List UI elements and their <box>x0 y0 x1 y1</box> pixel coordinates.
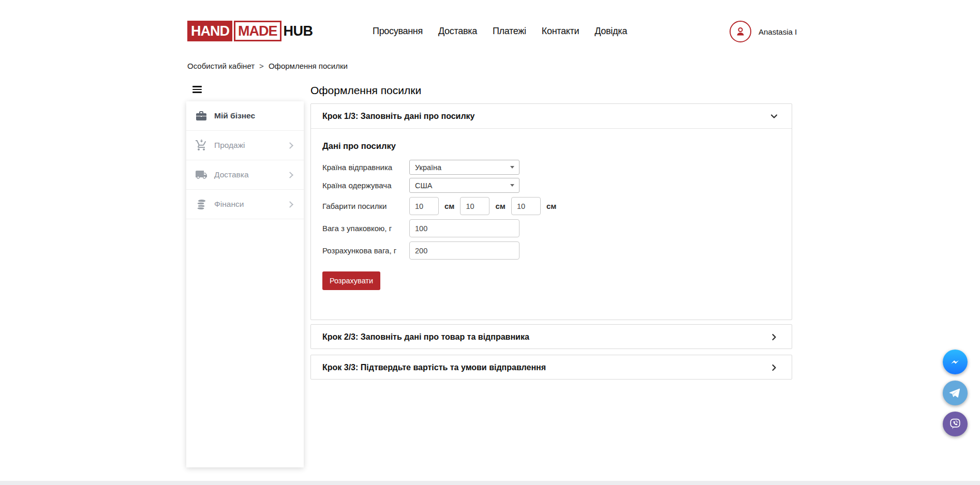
sidebar-item-finance[interactable]: Фінанси <box>186 190 304 219</box>
brand-logo[interactable]: HAND MADE HUB <box>187 21 313 41</box>
telegram-icon <box>947 385 963 401</box>
sidebar-label-finance: Фінанси <box>214 200 288 209</box>
calc-weight-input[interactable] <box>409 241 519 260</box>
logo-hand: HAND <box>187 21 232 41</box>
sender-country-row: Країна відправника Україна <box>322 160 780 175</box>
step3-label: Крок 3/3: Підтвердьте вартість та умови … <box>322 363 546 372</box>
calc-weight-row: Розрахункова вага, г <box>322 241 780 260</box>
sidebar-label-my-business: Мій бізнес <box>214 111 295 120</box>
page-title: Оформлення посилки <box>310 84 421 97</box>
step1-header[interactable]: Крок 1/3: Заповніть дані про посилку <box>311 104 792 129</box>
weight-label: Вага з упаковкою, г <box>322 224 409 233</box>
nav-contacts[interactable]: Контакти <box>542 26 579 37</box>
sidebar-item-my-business[interactable]: Мій бізнес <box>186 101 304 131</box>
breadcrumb-parcel[interactable]: Оформлення посилки <box>269 62 348 70</box>
chevron-right-icon <box>770 363 778 372</box>
person-icon <box>734 25 747 38</box>
step3-card: Крок 3/3: Підтвердьте вартість та умови … <box>310 355 792 380</box>
sidebar-item-sales[interactable]: Продажі <box>186 131 304 160</box>
caret-down-icon <box>510 184 514 187</box>
hamburger-menu-icon[interactable] <box>192 86 202 93</box>
chevron-right-icon <box>287 201 293 208</box>
dimension-width-input[interactable] <box>460 197 489 215</box>
coins-icon <box>195 198 207 210</box>
sender-country-label: Країна відправника <box>322 163 409 172</box>
page: HAND MADE HUB Просування Доставка Платеж… <box>0 0 980 485</box>
chevron-right-icon <box>770 333 778 341</box>
sidebar-label-delivery: Доставка <box>214 170 288 179</box>
telegram-button[interactable] <box>943 381 968 405</box>
nav-payments[interactable]: Платежі <box>493 26 526 37</box>
nav-help[interactable]: Довідка <box>595 26 627 37</box>
dimensions-row: Габарити посилки см см см <box>322 197 780 215</box>
sender-country-value: Україна <box>415 163 441 172</box>
unit-cm: см <box>546 202 556 210</box>
sender-country-select[interactable]: Україна <box>409 160 519 175</box>
dimensions-label: Габарити посилки <box>322 202 409 210</box>
user-box: Anastasia I <box>730 21 797 42</box>
main-nav: Просування Доставка Платежі Контакти Дов… <box>373 26 627 37</box>
chevron-right-icon <box>287 142 293 149</box>
breadcrumb-separator: > <box>259 62 264 70</box>
shopping-cart-icon <box>195 139 207 151</box>
dimension-height-input[interactable] <box>511 197 541 215</box>
step2-header[interactable]: Крок 2/3: Заповніть дані про товар та ві… <box>311 325 792 350</box>
chevron-right-icon <box>287 172 293 178</box>
unit-cm: см <box>495 202 505 210</box>
nav-promotion[interactable]: Просування <box>373 26 423 37</box>
caret-down-icon <box>510 166 514 169</box>
sidebar-label-sales: Продажі <box>214 141 288 150</box>
step1-card: Крок 1/3: Заповніть дані про посилку Дан… <box>310 103 792 320</box>
breadcrumb-personal-cabinet[interactable]: Особистий кабінет <box>187 62 255 70</box>
footer-strip <box>0 481 980 485</box>
parcel-data-title: Дані про посилку <box>322 141 780 151</box>
briefcase-icon <box>195 110 207 122</box>
weight-row: Вага з упаковкою, г <box>322 219 780 237</box>
chevron-down-icon <box>770 112 778 120</box>
sidebar: Мій бізнес Продажі Доставка Фінан <box>186 101 304 467</box>
recipient-country-label: Країна одержувача <box>322 181 409 190</box>
truck-icon <box>195 169 207 181</box>
social-buttons <box>943 350 968 436</box>
step2-label: Крок 2/3: Заповніть дані про товар та ві… <box>322 332 529 342</box>
dimensions-inputs: см см см <box>409 197 556 215</box>
calc-weight-label: Розрахункова вага, г <box>322 246 409 255</box>
viber-button[interactable] <box>943 412 968 436</box>
unit-cm: см <box>444 202 454 210</box>
step1-body: Дані про посилку Країна відправника Укра… <box>311 129 792 290</box>
viber-icon <box>948 417 962 431</box>
step2-card: Крок 2/3: Заповніть дані про товар та ві… <box>310 324 792 349</box>
logo-hub: HUB <box>281 21 313 41</box>
recipient-country-select[interactable]: США <box>409 178 519 193</box>
step3-header[interactable]: Крок 3/3: Підтвердьте вартість та умови … <box>311 355 792 380</box>
user-avatar[interactable] <box>730 21 751 42</box>
user-name[interactable]: Anastasia I <box>759 27 797 36</box>
recipient-country-row: Країна одержувача США <box>322 178 780 193</box>
weight-input[interactable] <box>409 219 519 237</box>
recipient-country-value: США <box>415 181 432 190</box>
calculate-button[interactable]: Розрахувати <box>322 271 380 290</box>
nav-delivery[interactable]: Доставка <box>438 26 477 37</box>
messenger-icon <box>947 354 963 370</box>
messenger-button[interactable] <box>943 350 968 374</box>
breadcrumb: Особистий кабінет > Оформлення посилки <box>187 62 348 70</box>
step1-label: Крок 1/3: Заповніть дані про посилку <box>322 112 475 121</box>
logo-made: MADE <box>234 21 281 41</box>
sidebar-item-delivery[interactable]: Доставка <box>186 160 304 190</box>
dimension-length-input[interactable] <box>409 197 439 215</box>
